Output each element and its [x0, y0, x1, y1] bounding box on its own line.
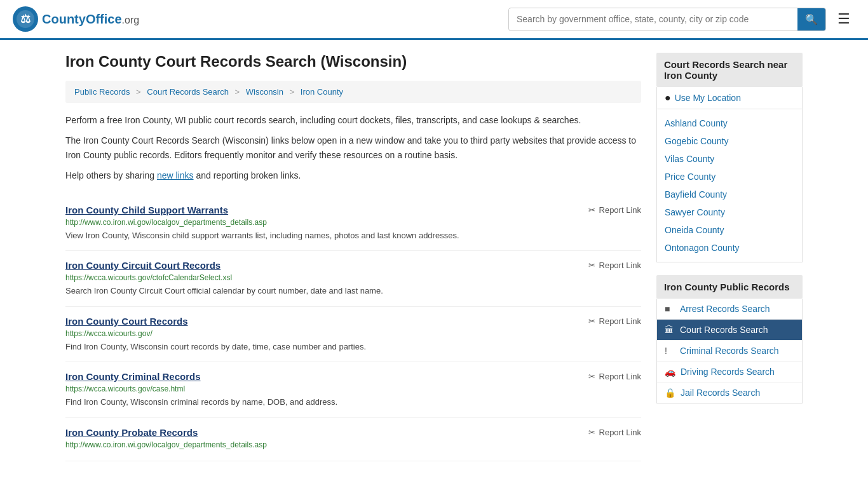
nearby-header: Court Records Search near Iron County [656, 53, 803, 87]
list-item: Vilas County [657, 150, 802, 168]
list-item: Oneida County [657, 221, 802, 239]
nearby-county-ontonagon[interactable]: Ontonagon County [665, 243, 740, 253]
jail-icon: 🔒 [665, 388, 675, 398]
description-1: Perform a free Iron County, WI public co… [65, 113, 641, 127]
nearby-county-gogebic[interactable]: Gogebic County [665, 136, 728, 146]
report-link-5[interactable]: ✂ Report Link [588, 428, 641, 437]
nearby-county-list: Ashland County Gogebic County Vilas Coun… [656, 109, 803, 262]
list-item: 🔒 Jail Records Search [657, 383, 802, 403]
logo-icon: ⚖ [13, 6, 38, 32]
record-url-4[interactable]: https://wcca.wicourts.gov/case.html [65, 384, 641, 393]
driving-icon: 🚗 [665, 367, 675, 377]
arrest-icon: ■ [665, 304, 675, 314]
nearby-county-oneida[interactable]: Oneida County [665, 225, 724, 235]
list-item: ■ Arrest Records Search [657, 299, 802, 320]
report-link-3[interactable]: ✂ Report Link [588, 316, 641, 326]
table-row: Iron County Child Support Warrants ✂ Rep… [65, 196, 641, 252]
public-records-section: Iron County Public Records ■ Arrest Reco… [656, 275, 803, 403]
report-link-4[interactable]: ✂ Report Link [588, 372, 641, 381]
record-desc-4: Find Iron County, Wisconsin criminal rec… [65, 396, 641, 409]
location-icon: ● [665, 92, 671, 104]
arrest-records-link[interactable]: Arrest Records Search [680, 304, 770, 314]
criminal-icon: ! [665, 346, 675, 356]
criminal-records-link[interactable]: Criminal Records Search [680, 346, 779, 356]
logo-text: CountyOffice.org [42, 12, 139, 27]
list-item: ! Criminal Records Search [657, 341, 802, 362]
list-item: 🚗 Driving Records Search [657, 362, 802, 383]
use-my-location-link[interactable]: Use My Location [675, 93, 741, 103]
search-bar: 🔍 [508, 8, 826, 31]
driving-records-link[interactable]: Driving Records Search [681, 367, 775, 377]
breadcrumb-court-records-search[interactable]: Court Records Search [147, 87, 229, 97]
table-row: Iron County Circuit Court Records ✂ Repo… [65, 251, 641, 307]
public-records-list: ■ Arrest Records Search 🏛 Court Records … [656, 299, 803, 403]
jail-records-link[interactable]: Jail Records Search [681, 388, 760, 398]
header: ⚖ CountyOffice.org 🔍 ☰ [0, 0, 868, 40]
table-row: Iron County Criminal Records ✂ Report Li… [65, 362, 641, 418]
record-title-1[interactable]: Iron County Child Support Warrants [65, 205, 228, 215]
court-records-link[interactable]: Court Records Search [680, 325, 768, 335]
main-container: Iron County Court Records Search (Wiscon… [53, 40, 815, 474]
list-item: Price County [657, 168, 802, 186]
nearby-county-sawyer[interactable]: Sawyer County [665, 207, 725, 217]
record-title-4[interactable]: Iron County Criminal Records [65, 371, 201, 382]
search-input[interactable] [509, 9, 797, 29]
table-row: Iron County Court Records ✂ Report Link … [65, 307, 641, 363]
record-url-1[interactable]: http://www.co.iron.wi.gov/localgov_depar… [65, 218, 641, 227]
nearby-county-bayfield[interactable]: Bayfield County [665, 189, 727, 200]
list-item: Ontonagon County [657, 239, 802, 257]
svg-text:⚖: ⚖ [20, 13, 31, 25]
report-link-2[interactable]: ✂ Report Link [588, 261, 641, 270]
header-right: 🔍 ☰ [508, 8, 855, 31]
use-my-location-item: ● Use My Location [656, 87, 803, 109]
sidebar: Court Records Search near Iron County ● … [656, 53, 803, 461]
public-records-header: Iron County Public Records [656, 275, 803, 299]
nearby-county-price[interactable]: Price County [665, 172, 715, 182]
records-list: Iron County Child Support Warrants ✂ Rep… [65, 196, 641, 461]
court-icon: 🏛 [665, 325, 675, 335]
record-desc-3: Find Iron County, Wisconsin court record… [65, 341, 641, 353]
menu-button[interactable]: ☰ [832, 8, 855, 30]
breadcrumb-public-records[interactable]: Public Records [74, 87, 130, 97]
table-row: Iron County Probate Records ✂ Report Lin… [65, 418, 641, 461]
list-item: Gogebic County [657, 132, 802, 150]
record-url-3[interactable]: https://wcca.wicourts.gov/ [65, 329, 641, 338]
list-item: Bayfield County [657, 186, 802, 203]
record-title-5[interactable]: Iron County Probate Records [65, 427, 198, 438]
logo-area: ⚖ CountyOffice.org [13, 6, 139, 32]
description-2: The Iron County Court Records Search (Wi… [65, 133, 641, 162]
page-title: Iron County Court Records Search (Wiscon… [65, 53, 641, 71]
list-item-active: 🏛 Court Records Search [657, 320, 802, 341]
record-url-5[interactable]: http://www.co.iron.wi.gov/localgov_depar… [65, 440, 641, 449]
breadcrumb: Public Records > Court Records Search > … [65, 81, 641, 103]
breadcrumb-iron-county[interactable]: Iron County [301, 87, 343, 97]
record-desc-2: Search Iron County Circuit Court officia… [65, 285, 641, 297]
nearby-county-vilas[interactable]: Vilas County [665, 154, 714, 164]
record-url-2[interactable]: https://wcca.wicourts.gov/ctofcCalendarS… [65, 273, 641, 282]
record-desc-1: View Iron County, Wisconsin child suppor… [65, 229, 641, 242]
search-button[interactable]: 🔍 [797, 8, 825, 30]
content-area: Iron County Court Records Search (Wiscon… [65, 53, 641, 461]
nearby-county-ashland[interactable]: Ashland County [665, 118, 728, 128]
description-3: Help others by sharing new links and rep… [65, 168, 641, 182]
list-item: Ashland County [657, 114, 802, 132]
new-links-link[interactable]: new links [157, 170, 194, 180]
list-item: Sawyer County [657, 203, 802, 221]
report-link-1[interactable]: ✂ Report Link [588, 205, 641, 215]
record-title-3[interactable]: Iron County Court Records [65, 316, 188, 327]
nearby-section: Court Records Search near Iron County ● … [656, 53, 803, 262]
breadcrumb-wisconsin[interactable]: Wisconsin [246, 87, 283, 97]
record-title-2[interactable]: Iron County Circuit Court Records [65, 260, 220, 271]
